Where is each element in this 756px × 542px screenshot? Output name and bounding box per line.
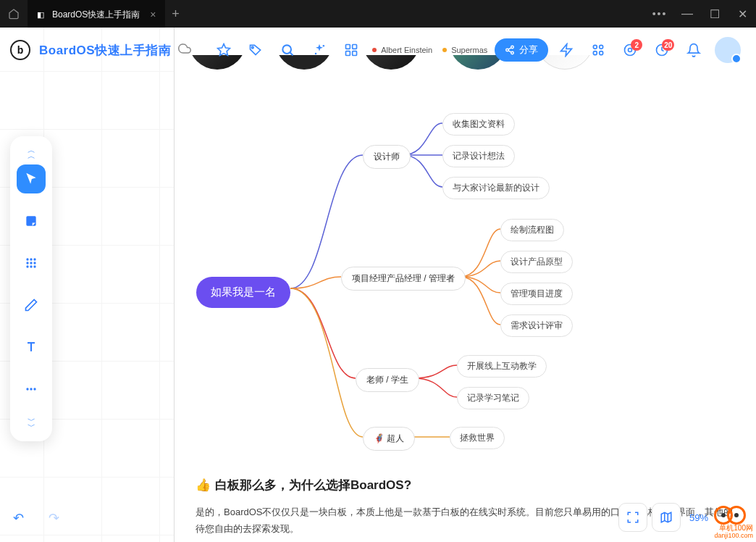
svg-point-27	[26, 262, 28, 264]
svg-point-31	[30, 266, 32, 268]
mindmap-leaf[interactable]: 与大家讨论最新的设计	[442, 177, 550, 199]
svg-point-5	[315, 53, 317, 55]
star-icon[interactable]	[210, 36, 238, 64]
cloud-sync-icon[interactable]	[178, 42, 191, 58]
grid-tool[interactable]	[17, 249, 46, 278]
watermark: 单机100网 danji100.com	[714, 506, 753, 539]
apps-icon[interactable]	[584, 36, 612, 64]
browser-menu-button[interactable]: •••	[646, 0, 673, 28]
user-avatar[interactable]	[715, 37, 741, 63]
map-button[interactable]	[652, 503, 681, 532]
expand-down-icon[interactable]: ﹀﹀	[28, 418, 35, 429]
mindmap-leaf[interactable]: 拯救世界	[450, 427, 505, 449]
text-tool[interactable]	[17, 333, 46, 362]
maximize-button[interactable]: ☐	[701, 0, 728, 28]
browser-titlebar: ◧ BoardOS快速上手指南 × + ••• — ☐ ✕	[0, 0, 756, 28]
cursor-tool[interactable]	[17, 164, 46, 193]
svg-point-16	[594, 45, 597, 49]
svg-marker-15	[561, 44, 572, 57]
mindmap-leaf[interactable]: 开展线上互动教学	[457, 355, 547, 378]
badge: 2	[631, 39, 642, 51]
mindmap-branch[interactable]: 🦸 超人	[363, 427, 415, 451]
svg-point-29	[33, 262, 35, 264]
svg-point-1	[252, 46, 254, 49]
svg-rect-9	[353, 51, 357, 56]
board-title[interactable]: BoardOS快速上手指南	[39, 42, 171, 59]
watermark-icon	[727, 506, 746, 525]
mindmap-leaf[interactable]: 绘制流程图	[500, 219, 564, 241]
more-tools[interactable]	[17, 375, 46, 404]
svg-rect-23	[26, 217, 35, 226]
mindmap-branch[interactable]: 老师 / 学生	[356, 368, 419, 392]
presence-dot-icon	[442, 48, 447, 52]
bell-icon[interactable]	[680, 36, 707, 64]
svg-point-37	[33, 388, 35, 391]
browser-tab[interactable]: ◧ BoardOS快速上手指南 ×	[28, 0, 165, 28]
minimize-button[interactable]: —	[673, 0, 701, 28]
app-logo-icon[interactable]: b	[10, 40, 30, 60]
fit-screen-button[interactable]	[618, 503, 647, 532]
tab-favicon-icon: ◧	[35, 9, 46, 20]
svg-point-11	[506, 49, 509, 51]
svg-point-12	[511, 51, 514, 54]
apps-grid-icon[interactable]	[337, 36, 365, 64]
presence-chip[interactable]: Albert Einstein	[369, 46, 435, 54]
app-root: b BoardOS快速上手指南 Albert Einstein Supermas…	[0, 28, 756, 542]
mindmap-leaf[interactable]: 需求设计评审	[500, 314, 573, 337]
mindmap-leaf[interactable]: 设计产品原型	[500, 251, 573, 273]
svg-point-28	[30, 262, 32, 264]
svg-point-10	[511, 46, 514, 48]
redo-button[interactable]: ↷	[49, 510, 59, 526]
svg-rect-6	[346, 45, 350, 49]
new-tab-button[interactable]: +	[165, 0, 187, 28]
svg-point-32	[33, 266, 35, 268]
svg-point-17	[600, 45, 603, 49]
app-topbar: b BoardOS快速上手指南 Albert Einstein Supermas…	[0, 28, 756, 72]
mindmap-leaf[interactable]: 收集图文资料	[442, 113, 515, 136]
home-button[interactable]	[0, 0, 28, 28]
presence-chip[interactable]: Supermas	[440, 46, 490, 54]
tab-close-icon[interactable]: ×	[150, 9, 156, 20]
content-panel: 如果我是一名 设计师 收集图文资料 记录设计想法 与大家讨论最新的设计 项目经理…	[174, 28, 756, 542]
pen-tool[interactable]	[17, 291, 46, 320]
svg-point-4	[323, 45, 325, 46]
svg-point-19	[600, 51, 603, 55]
share-button[interactable]: 分享	[495, 38, 548, 62]
svg-point-18	[594, 51, 597, 55]
sticky-tool[interactable]	[17, 207, 46, 235]
mindmap-root[interactable]: 如果我是一名	[196, 277, 290, 308]
svg-point-25	[30, 259, 32, 261]
sparkle-icon[interactable]	[306, 36, 333, 64]
svg-point-30	[26, 266, 28, 268]
mindmap[interactable]: 如果我是一名 设计师 收集图文资料 记录设计想法 与大家讨论最新的设计 项目经理…	[196, 78, 742, 455]
mindmap-branch[interactable]: 设计师	[363, 145, 411, 169]
notification-2-icon[interactable]: 20	[648, 36, 676, 64]
tab-title: BoardOS快速上手指南	[52, 9, 140, 21]
svg-line-14	[508, 51, 511, 52]
presence-dot-icon	[372, 48, 377, 52]
mindmap-leaf[interactable]: 管理项目进度	[500, 283, 573, 305]
zoom-level[interactable]: 59%	[685, 512, 713, 523]
svg-point-35	[26, 388, 28, 391]
article-heading: 👍白板那么多，为什么选择BoardOS?	[196, 477, 734, 493]
badge: 20	[662, 39, 674, 51]
mindmap-branch[interactable]: 项目经理产品经理 / 管理者	[341, 267, 466, 291]
svg-marker-38	[661, 512, 671, 522]
svg-rect-8	[346, 51, 350, 56]
tag-icon[interactable]	[242, 36, 269, 64]
close-window-button[interactable]: ✕	[728, 0, 756, 28]
undo-redo-bar: ↶ ↷	[13, 510, 59, 526]
svg-line-3	[290, 52, 293, 55]
collapse-up-icon[interactable]: ︿︿	[28, 148, 35, 159]
watermark-url: danji100.com	[714, 532, 753, 539]
svg-point-2	[283, 45, 292, 54]
mindmap-leaf[interactable]: 记录学习笔记	[457, 387, 529, 409]
mindmap-leaf[interactable]: 记录设计想法	[442, 145, 515, 167]
svg-line-13	[508, 48, 511, 49]
notification-1-icon[interactable]: 2	[616, 36, 644, 64]
thumbs-up-icon: 👍	[196, 478, 211, 493]
bolt-icon[interactable]	[553, 36, 580, 64]
undo-button[interactable]: ↶	[13, 510, 24, 526]
svg-rect-7	[353, 45, 357, 49]
search-icon[interactable]	[274, 36, 301, 64]
